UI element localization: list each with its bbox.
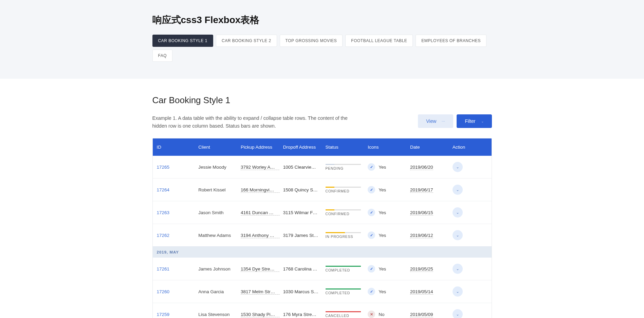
- table-row: 17261James Johnson1354 Dye Street, Ch...…: [153, 258, 492, 280]
- page-title: 响应式css3 Flexbox表格: [152, 14, 492, 26]
- expand-row-button[interactable]: ⌄: [453, 309, 463, 318]
- icons-text: Yes: [379, 289, 386, 294]
- pickup-address: 1530 Shady Pines ...: [241, 312, 280, 317]
- booking-date: 2019/06/12: [410, 233, 433, 238]
- client-name: Anna Garcia: [195, 283, 237, 300]
- status-label: IN PROGRESS: [326, 235, 361, 239]
- table-row: 17265Jessie Moody3792 Worley Avenu...100…: [153, 156, 492, 178]
- column-header: Status: [322, 138, 365, 156]
- table-header: IDClientPickup AddressDropoff AddressSta…: [153, 138, 492, 156]
- column-header: ID: [153, 138, 195, 156]
- check-icon: ✓: [368, 231, 375, 239]
- tab-car-booking-style-2[interactable]: CAR BOOKING STYLE 2: [216, 35, 277, 47]
- booking-date: 2019/06/15: [410, 210, 433, 216]
- booking-id-link[interactable]: 17261: [157, 266, 170, 272]
- icons-text: No: [379, 312, 384, 317]
- dropoff-address: 3115 Wilmar Farm ...: [280, 204, 322, 221]
- booking-date: 2019/06/17: [410, 187, 433, 193]
- table-row: 17264Robert Kissel166 Morningview L...15…: [153, 178, 492, 201]
- column-header: Date: [407, 138, 449, 156]
- client-name: James Johnson: [195, 260, 237, 278]
- client-name: Jessie Moody: [195, 158, 237, 176]
- pickup-address: 4161 Duncan Aven...: [241, 210, 280, 216]
- expand-row-button[interactable]: ⌄: [453, 207, 463, 218]
- chevron-down-icon: ⌄: [481, 119, 484, 123]
- booking-date: 2019/05/25: [410, 266, 433, 272]
- status-label: CONFIRMED: [326, 189, 361, 193]
- booking-id-link[interactable]: 17262: [157, 233, 170, 238]
- booking-id-link[interactable]: 17264: [157, 187, 170, 192]
- dropoff-address: 176 Myra Street, Pr...: [280, 306, 322, 318]
- dropoff-address: 1030 Marcus Street...: [280, 283, 322, 300]
- dropoff-address: 1768 Carolina Aven...: [280, 260, 322, 278]
- column-header: Pickup Address: [237, 138, 280, 156]
- dropoff-address: 1005 Clearview Driv...: [280, 158, 322, 176]
- icons-text: Yes: [379, 187, 386, 192]
- pickup-address: 3194 Anthony Aven...: [241, 233, 280, 238]
- view-label: View: [426, 118, 436, 124]
- status-bar: [326, 311, 361, 312]
- status-label: COMPLETED: [326, 291, 361, 295]
- table-row: 17262Matthew Adams3194 Anthony Aven...31…: [153, 224, 492, 246]
- booking-id-link[interactable]: 17259: [157, 312, 170, 317]
- tab-football-league-table[interactable]: FOOTBALL LEAGUE TABLE: [345, 35, 413, 47]
- expand-row-button[interactable]: ⌄: [453, 230, 463, 240]
- booking-table: IDClientPickup AddressDropoff AddressSta…: [152, 138, 492, 318]
- pickup-address: 1354 Dye Street, Ch...: [241, 266, 280, 272]
- client-name: Lisa Stevenson: [195, 306, 237, 318]
- group-row: 2019, MAY: [153, 246, 492, 258]
- booking-id-link[interactable]: 17260: [157, 289, 170, 294]
- status-label: CONFIRMED: [326, 212, 361, 216]
- status-bar: [326, 209, 361, 210]
- dropoff-address: 1508 Quincy Street,...: [280, 181, 322, 199]
- status-bar: [326, 164, 361, 165]
- tab-faq[interactable]: FAQ: [152, 50, 173, 62]
- check-icon: ✓: [368, 163, 375, 171]
- check-icon: ✓: [368, 209, 375, 216]
- cross-icon: ✕: [368, 311, 375, 318]
- filter-button[interactable]: Filter ⌄: [457, 114, 492, 128]
- section-description: Example 1. A data table with the ability…: [152, 114, 360, 130]
- booking-date: 2019/06/20: [410, 165, 433, 170]
- column-header: Client: [195, 138, 237, 156]
- status-label: COMPLETED: [326, 268, 361, 272]
- icons-text: Yes: [379, 210, 386, 215]
- tab-car-booking-style-1[interactable]: CAR BOOKING STYLE 1: [152, 35, 214, 47]
- column-header: Icons: [364, 138, 407, 156]
- pickup-address: 3792 Worley Avenu...: [241, 165, 280, 170]
- icons-text: Yes: [379, 165, 386, 170]
- status-label: CANCELLED: [326, 314, 361, 318]
- status-label: PENDING: [326, 166, 361, 170]
- check-icon: ✓: [368, 186, 375, 193]
- pickup-address: 3817 Melm Street, ...: [241, 289, 280, 295]
- status-bar: [326, 288, 361, 289]
- expand-row-button[interactable]: ⌄: [453, 264, 463, 274]
- status-bar: [326, 232, 361, 233]
- table-row: 17259Lisa Stevenson1530 Shady Pines ...1…: [153, 303, 492, 318]
- tabs-nav: CAR BOOKING STYLE 1CAR BOOKING STYLE 2TO…: [152, 35, 492, 62]
- section-title: Car Booking Style 1: [152, 95, 492, 106]
- booking-id-link[interactable]: 17265: [157, 165, 170, 170]
- ellipsis-icon: ⋯: [442, 119, 445, 123]
- expand-row-button[interactable]: ⌄: [453, 286, 463, 297]
- table-row: 17263Jason Smith4161 Duncan Aven...3115 …: [153, 201, 492, 224]
- check-icon: ✓: [368, 265, 375, 273]
- booking-date: 2019/05/09: [410, 312, 433, 317]
- client-name: Jason Smith: [195, 204, 237, 221]
- client-name: Robert Kissel: [195, 181, 237, 199]
- view-button[interactable]: View ⋯: [418, 114, 453, 128]
- icons-text: Yes: [379, 233, 386, 238]
- status-bar: [326, 266, 361, 267]
- expand-row-button[interactable]: ⌄: [453, 162, 463, 172]
- check-icon: ✓: [368, 288, 375, 295]
- column-header: Dropoff Address: [280, 138, 322, 156]
- filter-label: Filter: [465, 118, 475, 124]
- tab-top-grossing-movies[interactable]: TOP GROSSING MOVIES: [280, 35, 343, 47]
- column-header: Action: [449, 138, 492, 156]
- table-row: 17260Anna Garcia3817 Melm Street, ...103…: [153, 280, 492, 303]
- tab-employees-of-branches[interactable]: EMPLOYEES OF BRANCHES: [416, 35, 486, 47]
- expand-row-button[interactable]: ⌄: [453, 185, 463, 195]
- status-bar: [326, 187, 361, 188]
- dropoff-address: 3179 James Street,...: [280, 227, 322, 244]
- booking-id-link[interactable]: 17263: [157, 210, 170, 215]
